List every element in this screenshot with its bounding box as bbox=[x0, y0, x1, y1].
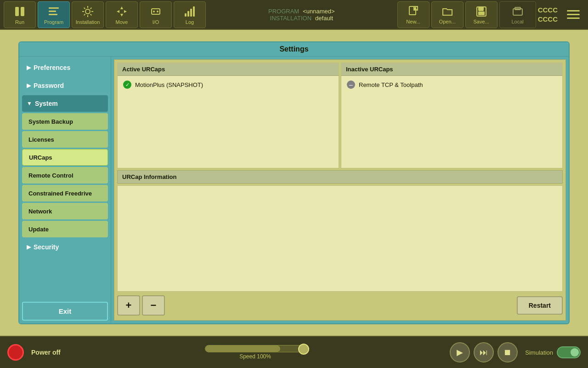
sidebar-password-label: Password bbox=[34, 82, 64, 89]
local-icon bbox=[511, 5, 524, 18]
settings-panel: Settings ▶ Preferences ▶ Password ▼ Syst… bbox=[18, 41, 570, 324]
new-button[interactable]: New... bbox=[397, 1, 430, 28]
power-button[interactable] bbox=[7, 344, 24, 361]
urcap-item-remote-tcp[interactable]: – Remote TCP & Toolpath bbox=[344, 79, 560, 91]
sidebar-system-label: System bbox=[35, 100, 58, 107]
program-icon bbox=[47, 5, 61, 18]
nav-run[interactable]: Run bbox=[4, 1, 36, 28]
stop-button[interactable]: ⏹ bbox=[498, 342, 518, 362]
svg-rect-12 bbox=[193, 6, 195, 17]
simulation-toggle[interactable] bbox=[557, 346, 581, 358]
nav-program[interactable]: Program bbox=[38, 1, 70, 28]
sidebar-item-security[interactable]: ▶ Security bbox=[22, 239, 108, 255]
play-button[interactable]: ▶ bbox=[450, 342, 470, 362]
sidebar-preferences-label: Preferences bbox=[34, 64, 70, 71]
nav-move[interactable]: Move bbox=[106, 1, 138, 28]
sidebar-item-system[interactable]: ▼ System bbox=[22, 95, 108, 112]
svg-rect-16 bbox=[479, 7, 483, 11]
svg-rect-1 bbox=[21, 7, 24, 16]
nav-program-label: Program bbox=[44, 19, 63, 25]
sim-toggle-knob bbox=[571, 348, 579, 356]
constrained-freedrive-label: Constrained Freedrive bbox=[28, 190, 92, 197]
nav-installation-label: Installation bbox=[76, 19, 100, 25]
run-icon bbox=[13, 5, 27, 18]
step-button[interactable]: ⏭ bbox=[474, 342, 494, 362]
svg-rect-3 bbox=[49, 11, 56, 12]
action-bar: + − Restart bbox=[117, 293, 563, 317]
active-check-icon: ✓ bbox=[123, 80, 131, 89]
speed-section: Speed 100% bbox=[68, 345, 443, 360]
inactive-dash-icon: – bbox=[347, 80, 355, 89]
urcap-info-header: URCap Information bbox=[117, 170, 563, 184]
sidebar-item-constrained-freedrive[interactable]: Constrained Freedrive bbox=[22, 185, 108, 201]
content-area: Active URCaps ✓ MotionPlus (SNAPSHOT) In… bbox=[114, 59, 566, 321]
svg-rect-17 bbox=[478, 12, 485, 15]
local-button[interactable]: Local bbox=[499, 1, 536, 28]
svg-rect-9 bbox=[185, 13, 187, 17]
save-label: Save... bbox=[474, 19, 489, 24]
speed-slider-fill bbox=[205, 345, 281, 352]
add-urcap-button[interactable]: + bbox=[117, 295, 140, 316]
chevron-down-icon: ▼ bbox=[27, 100, 32, 107]
svg-rect-11 bbox=[190, 9, 192, 17]
open-label: Open... bbox=[439, 19, 456, 24]
nav-log[interactable]: Log bbox=[174, 1, 206, 28]
sidebar-item-update[interactable]: Update bbox=[22, 221, 108, 237]
speed-slider[interactable] bbox=[205, 345, 306, 352]
svg-rect-10 bbox=[187, 11, 189, 17]
sidebar-security-label: Security bbox=[34, 243, 59, 251]
open-button[interactable]: Open... bbox=[431, 1, 464, 28]
hamburger-menu[interactable] bbox=[562, 6, 584, 23]
new-icon bbox=[407, 5, 420, 18]
cc-line1: CCCC bbox=[538, 6, 558, 15]
program-label: PROGRAM bbox=[268, 8, 299, 15]
svg-point-8 bbox=[157, 11, 158, 12]
move-icon bbox=[115, 5, 129, 18]
chevron-right-icon: ▶ bbox=[27, 244, 31, 250]
simulation-section: Simulation bbox=[525, 346, 581, 358]
sidebar-item-preferences[interactable]: ▶ Preferences bbox=[22, 59, 108, 76]
active-urcaps-body: ✓ MotionPlus (SNAPSHOT) bbox=[118, 76, 339, 168]
sidebar-item-password[interactable]: ▶ Password bbox=[22, 77, 108, 94]
sidebar-item-urcaps[interactable]: URCaps bbox=[22, 149, 108, 166]
settings-title: Settings bbox=[19, 42, 569, 57]
sidebar-item-remote-control[interactable]: Remote Control bbox=[22, 167, 108, 184]
active-urcaps-box: Active URCaps ✓ MotionPlus (SNAPSHOT) bbox=[117, 63, 339, 168]
restart-button[interactable]: Restart bbox=[517, 296, 563, 315]
stop-icon: ⏹ bbox=[503, 348, 512, 357]
remove-urcap-button[interactable]: − bbox=[142, 295, 165, 316]
remote-tcp-label: Remote TCP & Toolpath bbox=[359, 81, 423, 88]
sidebar-sub-system: System Backup Licenses URCaps Remote Con… bbox=[22, 113, 108, 237]
svg-point-5 bbox=[85, 9, 90, 14]
chevron-right-icon: ▶ bbox=[27, 82, 31, 89]
urcap-item-motionplus[interactable]: ✓ MotionPlus (SNAPSHOT) bbox=[120, 79, 336, 91]
exit-button[interactable]: Exit bbox=[22, 302, 108, 321]
sidebar-item-system-backup[interactable]: System Backup bbox=[22, 113, 108, 130]
nav-installation[interactable]: Installation bbox=[72, 1, 104, 28]
play-icon: ▶ bbox=[457, 347, 463, 357]
urcaps-section: Active URCaps ✓ MotionPlus (SNAPSHOT) In… bbox=[117, 63, 563, 168]
licenses-label: Licenses bbox=[28, 136, 54, 143]
update-label: Update bbox=[28, 226, 49, 233]
sidebar-item-licenses[interactable]: Licenses bbox=[22, 131, 108, 148]
remote-control-label: Remote Control bbox=[28, 172, 74, 179]
bottom-bar: Power off Speed 100% ▶ ⏭ ⏹ Simulation bbox=[0, 336, 588, 368]
nav-io[interactable]: I/O bbox=[140, 1, 172, 28]
svg-rect-6 bbox=[152, 9, 160, 14]
svg-rect-2 bbox=[49, 7, 59, 9]
system-backup-label: System Backup bbox=[28, 118, 73, 125]
program-value: <unnamed> bbox=[303, 8, 334, 15]
installation-value: default bbox=[315, 15, 333, 22]
chevron-right-icon: ▶ bbox=[27, 64, 31, 71]
step-icon: ⏭ bbox=[480, 348, 488, 357]
save-button[interactable]: Save... bbox=[465, 1, 498, 28]
power-label: Power off bbox=[31, 349, 61, 356]
sidebar: ▶ Preferences ▶ Password ▼ System System… bbox=[19, 57, 111, 323]
right-buttons: New... Open... Save... Local CC bbox=[397, 1, 584, 28]
new-label: New... bbox=[406, 19, 420, 24]
sidebar-item-network[interactable]: Network bbox=[22, 203, 108, 219]
simulation-label: Simulation bbox=[525, 349, 553, 356]
installation-icon bbox=[81, 5, 95, 18]
control-buttons: ▶ ⏭ ⏹ bbox=[450, 342, 518, 362]
cc-line2: CCCC bbox=[538, 15, 558, 24]
